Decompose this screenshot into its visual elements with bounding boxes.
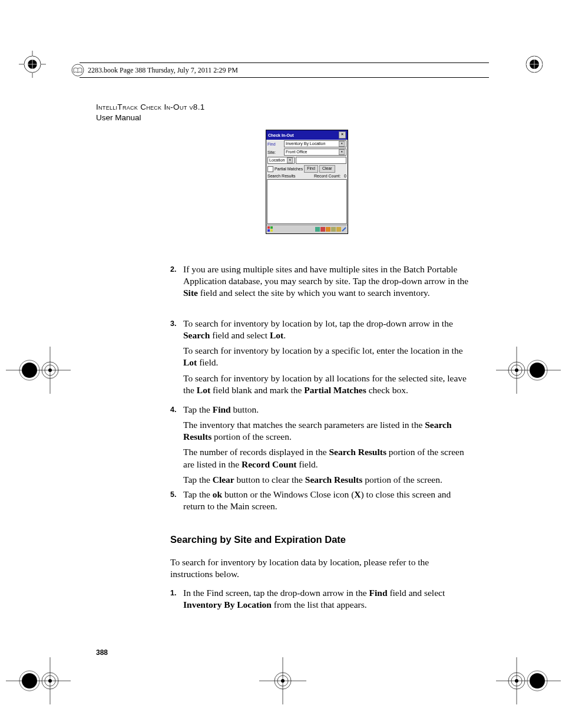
crop-mark-icon (19, 51, 46, 78)
start-icon[interactable] (267, 226, 273, 232)
page-number: 388 (96, 648, 108, 657)
step-body: To search for inventory by location by l… (183, 318, 470, 341)
list-item: 1. In the Find screen, tap the drop-down… (170, 587, 470, 611)
svg-point-15 (22, 363, 37, 378)
step-sub: The inventory that matches the search pa… (183, 419, 470, 443)
record-count-label: Record Count: (314, 174, 340, 178)
step-sub: Tap the Clear button to clear the Search… (183, 474, 470, 486)
chevron-down-icon: ▾ (287, 157, 293, 163)
svg-rect-51 (270, 229, 273, 232)
clear-button[interactable]: Clear (319, 165, 335, 173)
tray-icon[interactable] (326, 227, 330, 232)
svg-point-19 (48, 368, 52, 372)
search-results-area (267, 179, 347, 224)
tray-icon[interactable] (342, 227, 346, 232)
crop-cross-icon (496, 657, 561, 704)
svg-point-40 (515, 679, 518, 683)
svg-point-26 (515, 368, 518, 372)
step-body: In the Find screen, tap the drop-down ar… (183, 587, 470, 611)
app-screenshot: Check In-Out × Find Inventory By Locatio… (266, 130, 348, 234)
find-dropdown[interactable]: Inventory By Location ▾ (284, 140, 346, 147)
step-sub: To search for inventory by location by a… (183, 345, 470, 368)
list-item: 5. Tap the ok button or the Windows Clos… (170, 489, 470, 512)
search-results-label: Search Results (267, 174, 295, 178)
app-titlebar: Check In-Out × (266, 130, 348, 140)
step-body: If you are using multiple sites and have… (183, 263, 470, 299)
tray-icon[interactable] (320, 227, 325, 232)
svg-point-36 (530, 673, 545, 689)
tray-icon[interactable] (336, 227, 341, 232)
app-taskbar (266, 225, 348, 233)
svg-rect-55 (331, 227, 336, 232)
svg-point-29 (22, 673, 37, 689)
step-sub: The number of records displayed in the S… (183, 446, 470, 470)
svg-rect-49 (270, 226, 273, 229)
find-button[interactable]: Find (304, 165, 318, 173)
svg-rect-56 (336, 227, 341, 232)
find-label: Find (267, 142, 283, 146)
crop-cross-icon (6, 347, 71, 394)
header-text: 2283.book Page 388 Thursday, July 7, 201… (88, 66, 238, 75)
record-count-value: 0 (344, 174, 346, 178)
svg-rect-48 (267, 226, 270, 229)
step-body: Tap the ok button or the Windows Close i… (183, 489, 470, 512)
step-number: 3. (170, 318, 183, 341)
crop-cross-icon (496, 347, 561, 394)
svg-point-33 (48, 679, 52, 683)
step-number: 2. (170, 263, 183, 299)
svg-rect-50 (267, 229, 270, 232)
step-number: 4. (170, 404, 183, 416)
list-item: 4. Tap the Find button. (170, 404, 470, 416)
svg-point-22 (530, 363, 545, 378)
close-icon[interactable]: × (339, 131, 346, 139)
list-item: 2. If you are using multiple sites and h… (170, 263, 470, 299)
step-number: 5. (170, 489, 183, 512)
crop-mark-icon (521, 51, 548, 78)
search-input[interactable] (296, 157, 346, 164)
chevron-down-icon: ▾ (339, 149, 345, 155)
crop-cross-icon (259, 657, 306, 704)
search-type-dropdown[interactable]: Location ▾ (267, 157, 295, 164)
partial-matches-label: Partial Matches (275, 167, 303, 171)
page-header: 2283.book Page 388 Thursday, July 7, 201… (80, 62, 489, 78)
section-intro: To search for inventory by location data… (170, 556, 471, 580)
crop-cross-icon (6, 657, 71, 704)
site-label: Site: (267, 150, 283, 154)
doc-title: IntelliTrack Check In-Out v8.1 User Manu… (96, 102, 205, 123)
list-item: 3. To search for inventory by location b… (170, 318, 470, 341)
tray-icon[interactable] (331, 227, 336, 232)
step-sub: To search for inventory by location by a… (183, 373, 470, 396)
tray-icon[interactable] (315, 227, 320, 232)
partial-matches-checkbox[interactable] (267, 166, 273, 172)
step-body: Tap the Find button. (183, 404, 470, 416)
svg-rect-54 (326, 227, 330, 232)
site-dropdown[interactable]: Front Office ▾ (284, 149, 346, 156)
svg-rect-53 (320, 227, 325, 232)
section-heading: Searching by Site and Expiration Date (170, 534, 346, 545)
chevron-down-icon: ▾ (339, 141, 345, 147)
book-icon (71, 64, 84, 77)
app-title: Check In-Out (268, 133, 294, 137)
svg-rect-52 (315, 227, 320, 232)
step-number: 1. (170, 587, 183, 611)
svg-point-45 (281, 679, 285, 683)
